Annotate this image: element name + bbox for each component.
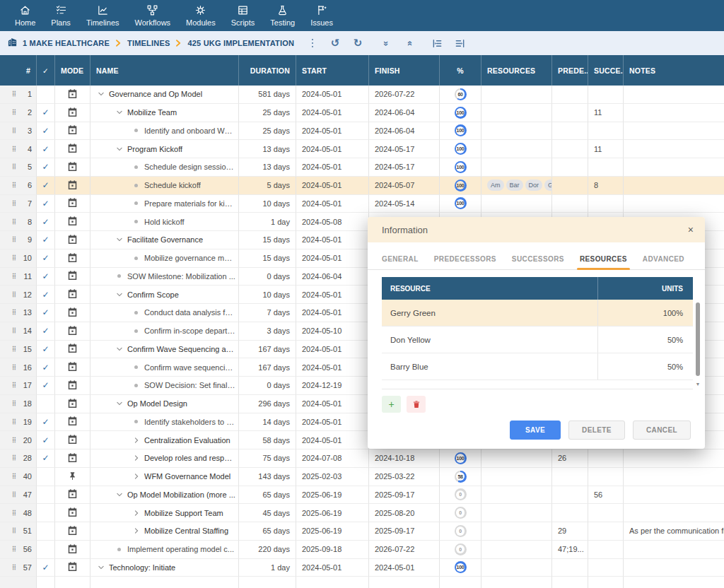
column-header-num[interactable]: # [0, 55, 37, 86]
column-header-duration[interactable]: DURATION [239, 55, 296, 86]
redo-icon[interactable]: ↻ [349, 35, 366, 52]
resources-cell[interactable] [481, 541, 552, 559]
duration-cell[interactable]: 581 days [239, 86, 296, 104]
expand-all-icon[interactable]: » [400, 35, 417, 52]
notes-cell[interactable] [624, 177, 724, 195]
row-mode-cell[interactable] [55, 377, 90, 395]
task-name-cell[interactable]: SOW Milestone: Mobilization ... [90, 268, 239, 286]
scroll-down-icon[interactable]: ▼ [696, 382, 701, 387]
start-cell[interactable]: 2025-09-18 [296, 541, 369, 559]
row-check-cell[interactable]: ✓ [37, 158, 55, 177]
finish-cell[interactable]: 2024-05-01 [369, 559, 440, 577]
add-resource-button[interactable]: + [382, 396, 401, 413]
chevron-right-icon[interactable] [133, 473, 144, 480]
chevron-down-icon[interactable] [116, 236, 127, 243]
finish-cell[interactable]: 2024-05-07 [369, 177, 440, 195]
finish-cell[interactable]: 2025-09-17 [369, 522, 440, 541]
row-mode-cell[interactable] [55, 341, 90, 359]
chevron-down-icon[interactable] [116, 109, 127, 116]
start-cell[interactable]: 2024-05-01 [296, 341, 369, 359]
task-name-cell[interactable]: Confirm in-scope departm... [90, 322, 239, 341]
row-check-cell[interactable]: ✓ [37, 449, 55, 468]
notes-cell[interactable] [624, 104, 724, 122]
resource-chip[interactable]: Ger [544, 180, 552, 191]
notes-cell[interactable] [624, 122, 724, 141]
duration-cell[interactable]: 58 days [239, 431, 296, 449]
percent-cell[interactable]: 100 [440, 140, 481, 158]
row-mode-cell[interactable] [55, 413, 90, 432]
start-cell[interactable]: 2024-05-01 [296, 286, 369, 304]
table-row[interactable]: ⣿5✓Schedule design sessions;...13 days20… [0, 158, 724, 177]
predecessors-cell[interactable] [552, 158, 588, 177]
duration-cell[interactable]: 13 days [239, 158, 296, 177]
duration-cell[interactable]: 296 days [239, 395, 296, 413]
predecessors-cell[interactable] [552, 104, 588, 122]
table-row[interactable]: ⣿51Mobilize Central Staffing65 days2025-… [0, 522, 724, 541]
task-name-cell[interactable]: WFM Governance Model [90, 468, 239, 486]
row-check-cell[interactable]: ✓ [37, 413, 55, 432]
row-mode-cell[interactable] [55, 322, 90, 341]
row-check-cell[interactable]: ✓ [37, 341, 55, 359]
duration-cell[interactable]: 7 days [239, 304, 296, 322]
predecessors-cell[interactable] [552, 86, 588, 104]
task-name-cell[interactable]: Mobilize Support Team [90, 504, 239, 522]
row-check-cell[interactable]: ✓ [37, 431, 55, 449]
task-name-cell[interactable]: Technology: Initiate [90, 559, 239, 577]
duration-cell[interactable]: 1 day [239, 213, 296, 231]
successors-cell[interactable] [588, 541, 624, 559]
start-cell[interactable]: 2025-06-19 [296, 486, 369, 505]
duration-cell[interactable]: 75 days [239, 449, 296, 468]
percent-cell[interactable]: 100 [440, 195, 481, 213]
column-header-pct[interactable]: % [440, 55, 481, 86]
percent-cell[interactable]: 100 [440, 158, 481, 177]
successors-cell[interactable] [588, 522, 624, 541]
column-header-start[interactable]: START [296, 55, 369, 86]
row-check-cell[interactable]: ✓ [37, 104, 55, 122]
table-row[interactable]: ⣿28✓Develop roles and respons...75 days2… [0, 449, 724, 468]
row-mode-cell[interactable] [55, 195, 90, 213]
finish-cell[interactable]: 2024-10-18 [369, 449, 440, 468]
percent-cell[interactable]: 60 [440, 86, 481, 104]
save-button[interactable]: SAVE [510, 421, 561, 440]
chevron-right-icon[interactable] [133, 510, 144, 517]
resource-row[interactable]: Barry Blue50% [382, 353, 693, 380]
start-cell[interactable]: 2024-05-01 [296, 104, 369, 122]
resources-cell[interactable]: AmBarDorGer [481, 177, 552, 195]
table-row[interactable]: ⣿40WFM Governance Model143 days2025-02-0… [0, 468, 724, 486]
tab-general[interactable]: GENERAL [382, 255, 419, 269]
finish-cell[interactable]: 2026-07-22 [369, 541, 440, 559]
start-cell[interactable]: 2024-05-01 [296, 122, 369, 141]
resource-chip[interactable]: Am [487, 180, 504, 191]
percent-cell[interactable]: 100 [440, 449, 481, 468]
chevron-down-icon[interactable] [116, 146, 127, 153]
start-cell[interactable]: 2024-05-01 [296, 358, 369, 377]
task-name-cell[interactable]: Develop roles and respons... [90, 449, 239, 468]
column-header-resources[interactable]: RESOURCES [481, 55, 552, 86]
nav-item-issues[interactable]: Issues [303, 0, 341, 31]
breadcrumb-project[interactable]: 1 MAKE HEALTHCARE [23, 39, 110, 47]
row-check-cell[interactable] [37, 504, 55, 522]
row-check-cell[interactable]: ✓ [37, 559, 55, 577]
resources-cell[interactable] [481, 522, 552, 541]
row-mode-cell[interactable] [55, 468, 90, 486]
resources-cell[interactable] [481, 195, 552, 213]
row-mode-cell[interactable] [55, 541, 90, 559]
predecessors-cell[interactable] [552, 468, 588, 486]
notes-cell[interactable] [624, 195, 724, 213]
row-check-cell[interactable] [37, 522, 55, 541]
percent-cell[interactable]: 100 [440, 122, 481, 141]
row-check-cell[interactable]: ✓ [37, 377, 55, 395]
table-row[interactable]: ⣿6✓Schedule kickoff5 days2024-05-012024-… [0, 177, 724, 195]
successors-cell[interactable] [588, 86, 624, 104]
resources-cell[interactable] [481, 486, 552, 505]
task-name-cell[interactable]: Facilitate Governance [90, 231, 239, 249]
chevron-down-icon[interactable] [116, 491, 127, 498]
row-check-cell[interactable]: ✓ [37, 286, 55, 304]
duration-cell[interactable]: 0 days [239, 268, 296, 286]
row-mode-cell[interactable] [55, 522, 90, 541]
row-check-cell[interactable] [37, 395, 55, 413]
row-mode-cell[interactable] [55, 213, 90, 231]
resources-cell[interactable] [481, 158, 552, 177]
row-mode-cell[interactable] [55, 449, 90, 468]
nav-item-testing[interactable]: Testing [262, 0, 303, 31]
